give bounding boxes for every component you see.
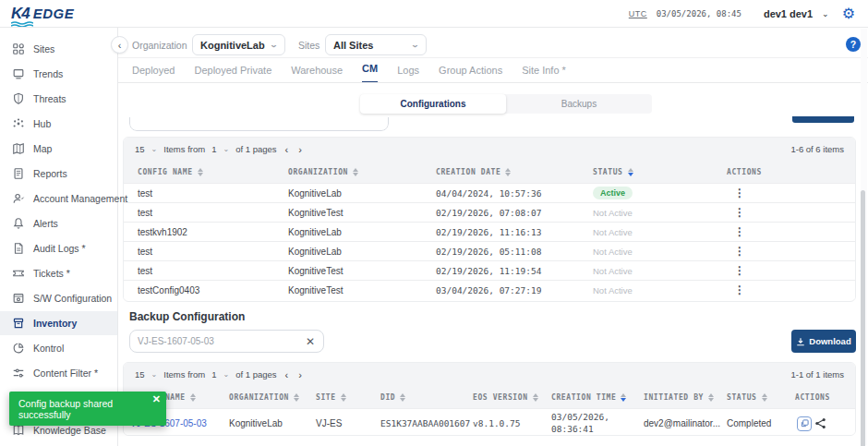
help-icon[interactable]: ? (846, 37, 861, 52)
sites-select[interactable]: All Sites ⌄ (325, 34, 427, 55)
col-creation-date[interactable]: CREATION DATE (436, 168, 500, 176)
partially-visible-button[interactable] (792, 116, 854, 123)
organization-select[interactable]: KognitiveLab ⌄ (192, 34, 285, 55)
page-size-value[interactable]: 15 (135, 144, 145, 154)
page-number-value[interactable]: 1 (211, 144, 216, 154)
page-number-value[interactable]: 1 (211, 369, 216, 380)
sidebar-item-inventory[interactable]: Inventory (0, 311, 117, 335)
config-table-pagination: 15 ⌄ Items from 1 ⌄ of 1 pages ‹ › 1-6 o… (124, 138, 855, 161)
backup-search-input[interactable] (130, 336, 297, 346)
sort-icon[interactable] (400, 393, 405, 402)
sort-icon[interactable] (762, 393, 767, 402)
sidebar-collapse-button[interactable]: ‹ (111, 36, 128, 54)
col-organization[interactable]: ORGANIZATION (229, 393, 289, 402)
sort-icon[interactable] (190, 393, 196, 402)
tab-site-info[interactable]: Site Info * (522, 65, 566, 83)
sort-icon[interactable] (505, 168, 511, 176)
col-config-name[interactable]: CONFIG NAME (138, 168, 193, 176)
sidebar-item-hub[interactable]: Hub (0, 112, 117, 136)
tab-group-actions[interactable]: Group Actions (439, 65, 502, 83)
table-row[interactable]: VJ-ES-1607-05-03 KognitiveLab VJ-ES ES1K… (124, 408, 855, 436)
scrollbar-track[interactable] (861, 29, 867, 445)
col-organization[interactable]: ORGANIZATION (288, 168, 348, 176)
table-row[interactable]: testkvh1902 KognitiveLab 02/19/2026, 11:… (124, 222, 855, 241)
utc-toggle[interactable]: UTC (629, 9, 647, 18)
col-status[interactable]: STATUS (727, 393, 757, 402)
col-site[interactable]: SITE (316, 393, 336, 402)
row-actions-menu-icon[interactable]: ⋮ (727, 264, 745, 277)
share-icon[interactable] (814, 417, 826, 429)
col-status[interactable]: STATUS (593, 168, 623, 176)
tab-deployed-private[interactable]: Deployed Private (194, 65, 271, 83)
copy-icon[interactable] (797, 416, 812, 431)
col-did[interactable]: DID (380, 393, 395, 402)
table-row[interactable]: testConfig0403 KognitiveTest 03/04/2026,… (124, 280, 855, 299)
subtab-configurations[interactable]: Configurations (360, 94, 506, 114)
col-creation-time[interactable]: CREATION TIME (551, 393, 616, 402)
tab-warehouse[interactable]: Warehouse (291, 65, 343, 83)
chevron-down-icon[interactable]: ⌄ (151, 145, 158, 153)
chevron-down-icon[interactable]: ⌄ (151, 370, 158, 379)
row-actions-menu-icon[interactable]: ⋮ (727, 206, 745, 219)
sort-icon[interactable] (353, 168, 358, 176)
sidebar-item-kontrol[interactable]: Kontrol (0, 336, 117, 360)
sidebar-item-alerts[interactable]: Alerts (0, 211, 117, 235)
download-icon (796, 337, 805, 346)
col-actions: ACTIONS (795, 393, 830, 402)
sidebar-item-reports[interactable]: Reports (0, 162, 117, 186)
table-row[interactable]: test KognitiveTest 02/19/2026, 07:08:07 … (124, 202, 855, 222)
user-menu-chevron-icon[interactable]: ⌄ (822, 9, 829, 18)
settings-gear-icon[interactable]: ⚙ (842, 6, 855, 21)
cell-actions (795, 416, 855, 431)
chevron-down-icon[interactable]: ⌄ (223, 145, 229, 153)
sort-icon[interactable] (341, 393, 346, 402)
clear-search-icon[interactable]: ✕ (297, 335, 323, 348)
table-row[interactable]: test KognitiveTest 02/19/2026, 11:19:54 … (124, 260, 855, 280)
cell-creation-date: 03/04/2026, 07:27:19 (436, 285, 593, 295)
tab-deployed[interactable]: Deployed (132, 65, 175, 83)
sort-icon-active[interactable] (621, 393, 626, 402)
table-row[interactable]: test KognitiveLab 02/19/2026, 05:11:08 N… (124, 241, 855, 260)
sort-icon[interactable] (533, 393, 538, 402)
sort-icon[interactable] (198, 168, 203, 176)
cell-config-name: test (138, 208, 288, 218)
row-actions-menu-icon[interactable]: ⋮ (727, 245, 745, 258)
reports-icon (12, 167, 25, 180)
sidebar-item-trends[interactable]: Trends (0, 62, 117, 86)
tab-cm[interactable]: CM (362, 63, 378, 83)
backup-configuration-title: Backup Configuration (129, 310, 245, 323)
sidebar-item-account-management[interactable]: Account Management (0, 187, 117, 211)
configurations-backups-toggle: Configurations Backups (360, 94, 652, 114)
toast-close-icon[interactable]: ✕ (152, 393, 161, 405)
config-table-card: 15 ⌄ Items from 1 ⌄ of 1 pages ‹ › 1-6 o… (123, 137, 856, 302)
sidebar-item-sites[interactable]: Sites (0, 37, 117, 61)
prev-page-button[interactable]: ‹ (283, 144, 291, 155)
sidebar-item-threats[interactable]: Threats (0, 87, 117, 111)
chevron-down-icon[interactable]: ⌄ (223, 370, 229, 379)
next-page-button[interactable]: › (296, 144, 304, 155)
row-actions-menu-icon[interactable]: ⋮ (727, 225, 745, 238)
sort-icon-active[interactable] (628, 168, 633, 176)
sidebar-item-map[interactable]: Map (0, 137, 117, 161)
sidebar-item-audit-logs[interactable]: Audit Logs * (0, 236, 117, 260)
col-initiated-by[interactable]: INITIATED BY (644, 393, 704, 402)
download-button[interactable]: Download (791, 330, 856, 353)
user-menu[interactable]: dev1 dev1 (764, 8, 813, 19)
scrollbar-thumb[interactable] (861, 190, 865, 446)
sort-icon[interactable] (708, 393, 714, 402)
col-eos-version[interactable]: EOS VERSION (473, 393, 528, 402)
row-actions-menu-icon[interactable]: ⋮ (727, 283, 745, 296)
row-actions-menu-icon[interactable]: ⋮ (727, 187, 745, 199)
tab-logs[interactable]: Logs (397, 65, 419, 83)
sort-icon[interactable] (294, 393, 299, 402)
page-size-value[interactable]: 15 (135, 369, 145, 380)
prev-page-button[interactable]: ‹ (283, 369, 291, 380)
items-from-label: Items from (163, 144, 205, 154)
config-search-input[interactable] (129, 110, 389, 131)
next-page-button[interactable]: › (296, 369, 304, 380)
sidebar-item-tickets[interactable]: Tickets * (0, 261, 117, 285)
subtab-backups[interactable]: Backups (506, 94, 652, 114)
sidebar-item-content-filter[interactable]: Content Filter * (0, 361, 117, 385)
sidebar-item-sw-configuration[interactable]: S/W Configuration (0, 286, 117, 310)
table-row[interactable]: test KognitiveLab 04/04/2024, 10:57:36 A… (124, 183, 855, 202)
